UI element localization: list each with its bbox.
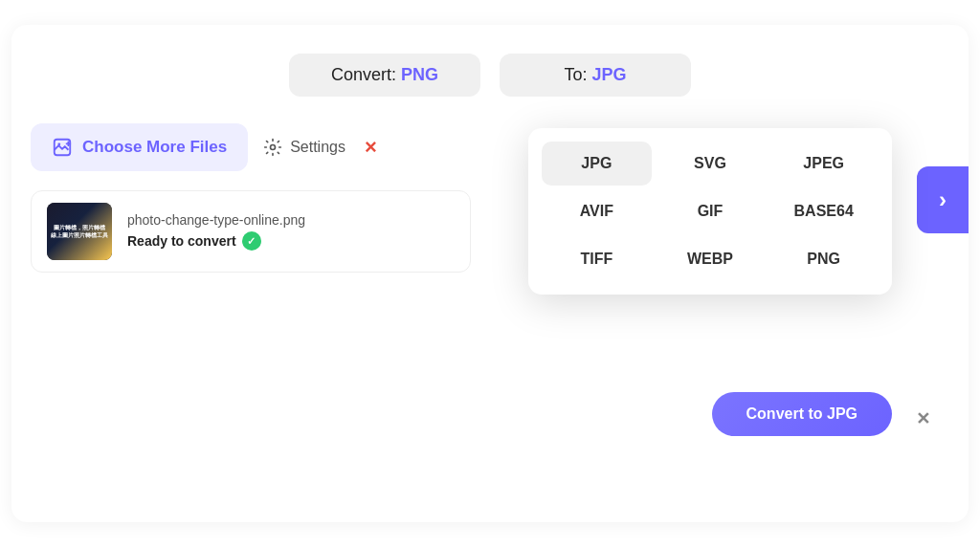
format-option-jpeg[interactable]: JPEG [768, 142, 879, 186]
file-info: photo-change-type-online.png Ready to co… [127, 212, 305, 251]
image-plus-icon [52, 137, 73, 158]
action-close-button[interactable]: × [365, 137, 377, 158]
file-name: photo-change-type-online.png [127, 212, 305, 228]
convert-label: Convert: [331, 65, 396, 84]
to-value: JPG [592, 65, 627, 84]
format-option-tiff[interactable]: TIFF [542, 237, 652, 281]
arrow-icon: › [939, 186, 947, 213]
svg-point-4 [271, 145, 276, 150]
choose-files-label: Choose More Files [82, 138, 227, 157]
format-option-jpg[interactable]: JPG [542, 142, 652, 186]
file-status-text: Ready to convert [127, 233, 236, 249]
arrow-next-button[interactable]: › [917, 166, 969, 233]
convert-selector[interactable]: Convert: PNG [289, 54, 480, 97]
format-option-png[interactable]: PNG [768, 237, 879, 281]
to-selector[interactable]: To: JPG [500, 54, 691, 97]
choose-files-button[interactable]: Choose More Files [31, 123, 248, 171]
gear-icon [263, 138, 282, 157]
file-thumbnail: 圖片轉檔，照片轉檔線上圖片照片轉檔工具 [47, 203, 112, 260]
format-grid: JPG SVG JPEG AVIF GIF BASE64 TIFF WEBP P… [542, 142, 879, 281]
page-container: Convert: PNG To: JPG Choose More Files [11, 25, 969, 522]
format-option-webp[interactable]: WEBP [656, 237, 766, 281]
convert-value: PNG [401, 65, 438, 84]
convert-close-button[interactable]: ✕ [916, 408, 930, 429]
format-option-gif[interactable]: GIF [656, 189, 766, 233]
settings-label: Settings [290, 139, 345, 156]
ready-check-icon: ✓ [242, 231, 261, 251]
format-option-base64[interactable]: BASE64 [768, 189, 879, 233]
file-status: Ready to convert ✓ [127, 231, 305, 251]
format-option-avif[interactable]: AVIF [542, 189, 652, 233]
file-item: 圖片轉檔，照片轉檔線上圖片照片轉檔工具 photo-change-type-on… [31, 190, 471, 273]
convert-button[interactable]: Convert to JPG [712, 392, 892, 436]
format-dropdown: JPG SVG JPEG AVIF GIF BASE64 TIFF WEBP P… [528, 128, 892, 295]
settings-button[interactable]: Settings [263, 138, 345, 157]
top-bar: Convert: PNG To: JPG [31, 54, 949, 97]
to-label: To: [564, 65, 587, 84]
format-option-svg[interactable]: SVG [656, 142, 766, 186]
